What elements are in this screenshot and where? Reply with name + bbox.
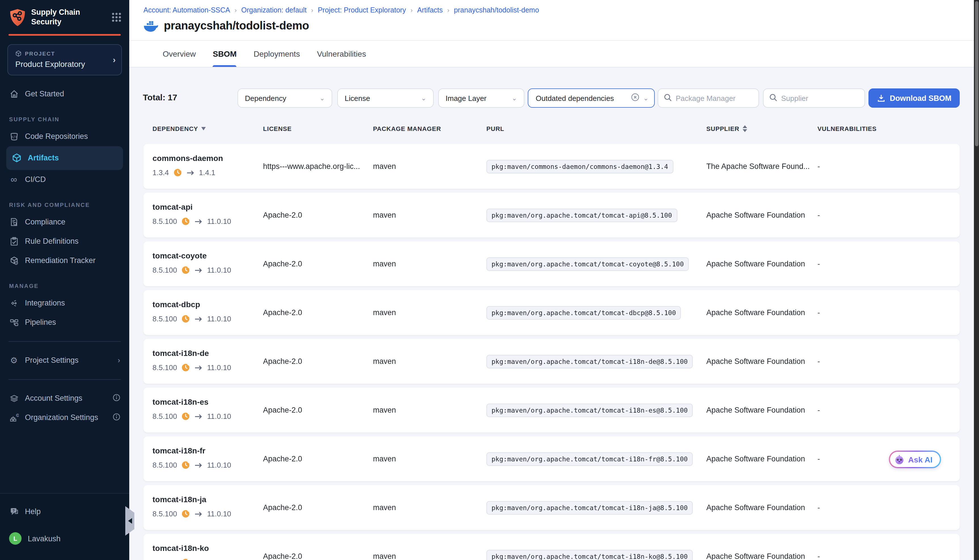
info-icon[interactable]	[113, 413, 120, 422]
current-version: 8.5.100	[152, 510, 177, 518]
sidebar-item-integrations[interactable]: Integrations	[0, 293, 129, 313]
table-row[interactable]: commons-daemon 1.3.4 1.4.1 https---www.a…	[143, 144, 960, 189]
sidebar-item-label: Integrations	[25, 299, 65, 307]
table-row[interactable]: tomcat-i18n-ja 8.5.100 11.0.10 Apache-2.…	[143, 485, 960, 530]
dependency-name: tomcat-coyote	[152, 251, 207, 260]
package-manager-input[interactable]	[676, 94, 753, 102]
project-name: Product Exploratory	[15, 60, 116, 68]
package-manager-cell: maven	[373, 290, 486, 335]
version-row: 1.3.4 1.4.1	[152, 168, 215, 177]
purl-chip[interactable]: pkg:maven/org.apache.tomcat/tomcat-i18n-…	[486, 452, 693, 466]
sidebar-item-artifacts[interactable]: Artifacts	[6, 146, 123, 170]
breadcrumb-account[interactable]: Account: Automation-SSCA	[143, 6, 230, 14]
column-vulnerabilities: VULNERABILITIES	[817, 125, 960, 132]
tab-vulnerabilities[interactable]: Vulnerabilities	[317, 41, 366, 67]
clear-filter-icon[interactable]	[631, 93, 639, 103]
sidebar-item-pipelines[interactable]: Pipelines	[0, 313, 129, 332]
sidebar-item-rule-definitions[interactable]: Rule Definitions	[0, 232, 129, 251]
sidebar-item-code-repositories[interactable]: </> Code Repositories	[0, 127, 129, 146]
license-cell: Apache-2.0	[263, 242, 373, 286]
dependency-filter-dropdown[interactable]: Dependency⌄	[237, 88, 332, 108]
table-row[interactable]: tomcat-dbcp 8.5.100 11.0.10 Apache-2.0 m…	[143, 290, 960, 335]
column-supplier[interactable]: SUPPLIER	[706, 125, 817, 132]
sidebar-item-project-settings[interactable]: ⚙ Project Settings ›	[0, 351, 129, 370]
supplier-input[interactable]	[781, 94, 859, 102]
latest-version: 11.0.10	[207, 266, 231, 274]
purl-chip[interactable]: pkg:maven/org.apache.tomcat/tomcat-i18n-…	[486, 355, 693, 368]
vulnerabilities-cell: -	[817, 339, 960, 384]
purl-chip[interactable]: pkg:maven/commons-daemon/commons-daemon@…	[486, 160, 673, 173]
latest-version: 11.0.10	[207, 315, 231, 323]
user-menu[interactable]: L Lavakush	[0, 529, 129, 548]
table-row[interactable]: tomcat-i18n-ko 8.5.100 11.0.10 Apache-2.…	[143, 534, 960, 560]
purl-chip[interactable]: pkg:maven/org.apache.tomcat/tomcat-coyot…	[486, 257, 689, 271]
outdated-clock-icon	[182, 558, 190, 560]
license-cell: Apache-2.0	[263, 534, 373, 560]
download-sbom-button[interactable]: Download SBOM	[869, 88, 960, 108]
sort-desc-icon[interactable]	[202, 127, 206, 130]
tab-sbom[interactable]: SBOM	[213, 41, 237, 67]
breadcrumb-artifacts[interactable]: Artifacts	[417, 6, 443, 14]
project-label: PROJECT	[25, 50, 55, 57]
purl-chip[interactable]: pkg:maven/org.apache.tomcat/tomcat-dbcp@…	[486, 306, 681, 319]
tab-bar: Overview SBOM Deployments Vulnerabilitie…	[129, 41, 974, 67]
package-manager-cell: maven	[373, 388, 486, 432]
sidebar-item-remediation-tracker[interactable]: Remediation Tracker	[0, 251, 129, 270]
ask-ai-button[interactable]: Ask AI	[889, 451, 941, 468]
app-switcher-icon[interactable]	[112, 13, 121, 22]
outdated-clock-icon	[182, 315, 190, 323]
box-wrench-icon	[9, 256, 19, 265]
package-manager-search[interactable]	[657, 88, 759, 108]
vulnerabilities-cell: -	[817, 534, 960, 560]
table-row[interactable]: tomcat-i18n-de 8.5.100 11.0.10 Apache-2.…	[143, 339, 960, 384]
table-row[interactable]: tomcat-coyote 8.5.100 11.0.10 Apache-2.0…	[143, 242, 960, 286]
sidebar-item-compliance[interactable]: Compliance	[0, 213, 129, 232]
page-scrollbar[interactable]	[974, 0, 979, 560]
outdated-dependencies-filter[interactable]: Outdated dependencies ⌄	[528, 88, 655, 108]
info-icon[interactable]	[113, 394, 120, 403]
purl-chip[interactable]: pkg:maven/org.apache.tomcat/tomcat-i18n-…	[486, 403, 693, 417]
sidebar-item-organization-settings[interactable]: ⚙ Organization Settings	[0, 408, 129, 427]
sidebar-item-cicd[interactable]: ∞ CI/CD	[0, 170, 129, 189]
dropdown-value: Image Layer	[445, 94, 487, 102]
outdated-clock-icon	[182, 217, 190, 226]
avatar: L	[9, 532, 22, 545]
license-filter-dropdown[interactable]: License⌄	[337, 88, 434, 108]
vulnerabilities-cell: -	[817, 485, 960, 530]
chevron-right-icon: ›	[113, 55, 116, 65]
table-row[interactable]: tomcat-i18n-es 8.5.100 11.0.10 Apache-2.…	[143, 388, 960, 432]
section-manage: MANAGE	[0, 283, 129, 289]
table-row[interactable]: tomcat-api 8.5.100 11.0.10 Apache-2.0 ma…	[143, 193, 960, 237]
tab-overview[interactable]: Overview	[163, 41, 196, 67]
image-layer-filter-dropdown[interactable]: Image Layer⌄	[438, 88, 524, 108]
supplier-cell: Apache Software Foundation	[706, 485, 817, 530]
dropdown-value: License	[345, 94, 370, 102]
accent-divider	[8, 34, 121, 36]
dropdown-value: Outdated dependencies	[536, 94, 614, 102]
tab-deployments[interactable]: Deployments	[254, 41, 300, 67]
outdated-clock-icon	[182, 461, 190, 469]
supplier-search[interactable]	[763, 88, 865, 108]
breadcrumb-artifact-name[interactable]: pranaycshah/todolist-demo	[454, 6, 539, 14]
purl-chip[interactable]: pkg:maven/org.apache.tomcat/tomcat-i18n-…	[486, 550, 693, 560]
column-dependency[interactable]: DEPENDENCY	[152, 125, 263, 132]
table-row[interactable]: tomcat-i18n-fr 8.5.100 11.0.10 Apache-2.…	[143, 437, 960, 481]
purl-chip[interactable]: pkg:maven/org.apache.tomcat/tomcat-i18n-…	[486, 501, 693, 514]
sidebar-item-label: Account Settings	[25, 394, 82, 403]
supplier-cell: Apache Software Foundation	[706, 290, 817, 335]
supplier-cell: Apache Software Foundation	[706, 534, 817, 560]
arrow-right-icon	[195, 316, 203, 322]
breadcrumb-project[interactable]: Project: Product Exploratory	[318, 6, 406, 14]
help-chat-icon: ?	[9, 507, 19, 516]
breadcrumb-organization[interactable]: Organization: default	[241, 6, 307, 14]
sidebar-item-account-settings[interactable]: Account Settings	[0, 389, 129, 408]
arrow-right-icon	[195, 413, 203, 419]
purl-chip[interactable]: pkg:maven/org.apache.tomcat/tomcat-api@8…	[486, 208, 677, 222]
chevron-right-icon: ›	[118, 356, 120, 365]
sidebar-item-get-started[interactable]: Get Started	[0, 85, 129, 104]
scrollbar-thumb[interactable]	[975, 1, 978, 146]
dependency-cell: tomcat-i18n-ko 8.5.100 11.0.10	[152, 534, 263, 560]
project-selector[interactable]: PROJECT Product Exploratory ›	[7, 44, 122, 75]
sidebar-item-help[interactable]: ? Help	[0, 502, 129, 521]
sort-icon[interactable]	[742, 125, 747, 132]
